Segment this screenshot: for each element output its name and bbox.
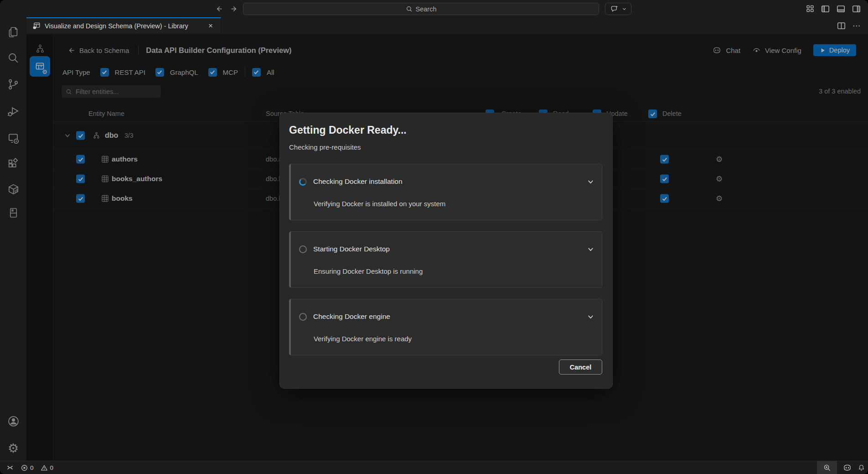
warning-count: 0 — [50, 464, 54, 471]
run-debug-icon[interactable] — [0, 102, 26, 120]
step-description: Verifying Docker engine is ready — [314, 335, 412, 343]
step-docker-installation: Checking Docker installation Verifying D… — [289, 164, 602, 220]
status-bar: 0 0 — [0, 461, 868, 474]
chevron-down-icon[interactable] — [587, 178, 594, 186]
chevron-down-icon[interactable] — [587, 313, 594, 321]
notifications-bell-icon[interactable] — [858, 464, 865, 472]
step-description: Ensuring Docker Desktop is running — [314, 267, 423, 275]
split-editor-icon[interactable] — [837, 21, 846, 30]
chat-sparkle-icon — [610, 5, 619, 13]
back-arrow-icon[interactable] — [214, 4, 223, 13]
command-center-search[interactable]: Search — [243, 3, 599, 15]
database-projects-icon[interactable] — [0, 203, 26, 222]
chevron-down-icon — [622, 6, 627, 11]
step-header[interactable]: Checking Docker engine — [299, 311, 594, 322]
spinner-icon — [299, 178, 307, 186]
dialog-title: Getting Docker Ready... — [289, 124, 407, 136]
extensions-icon[interactable] — [0, 155, 26, 173]
search-icon — [406, 5, 413, 12]
step-title: Starting Docker Desktop — [313, 245, 390, 253]
copilot-status-icon[interactable] — [842, 464, 852, 472]
remote-explorer-icon[interactable] — [0, 129, 26, 147]
chevron-down-icon[interactable] — [587, 245, 594, 253]
tab-visualize-schema[interactable]: Visualize and Design Schema (Preview) - … — [26, 17, 221, 33]
settings-gear-icon[interactable]: ⚙ — [0, 439, 26, 457]
vscode-window: Search — [0, 0, 868, 474]
tab-bar: Visualize and Design Schema (Preview) - … — [26, 17, 868, 35]
problems-status[interactable]: 0 0 — [21, 464, 53, 471]
pending-circle-icon — [299, 313, 307, 321]
step-docker-engine: Checking Docker engine Verifying Docker … — [289, 299, 602, 355]
dialog-subtitle: Checking pre-requisites — [289, 143, 361, 151]
step-title: Checking Docker installation — [313, 177, 403, 186]
zoom-status-button[interactable] — [817, 461, 837, 474]
copilot-chat-dropdown[interactable] — [605, 3, 631, 15]
activity-bar: ⚙ — [0, 17, 26, 461]
layout-controls — [806, 0, 861, 17]
toggle-panel-icon[interactable] — [837, 5, 845, 13]
account-icon[interactable] — [0, 412, 26, 430]
editor-actions: ⋯ — [837, 17, 861, 34]
docker-steps: Checking Docker installation Verifying D… — [289, 164, 602, 366]
container-tools-icon[interactable] — [0, 180, 26, 198]
step-title: Checking Docker engine — [313, 313, 390, 321]
cancel-button[interactable]: Cancel — [559, 359, 602, 375]
tab-close-icon[interactable]: × — [206, 21, 215, 31]
step-description: Verifying Docker is installed on your sy… — [314, 200, 445, 208]
toggle-secondary-sidebar-icon[interactable] — [852, 5, 861, 13]
history-nav — [214, 0, 238, 17]
explorer-icon[interactable] — [0, 23, 26, 41]
remote-indicator-icon[interactable] — [6, 464, 14, 471]
title-bar: Search — [0, 0, 868, 17]
warning-icon — [41, 464, 48, 471]
error-icon — [21, 464, 28, 471]
forward-arrow-icon[interactable] — [229, 4, 238, 13]
toggle-primary-sidebar-icon[interactable] — [821, 5, 830, 13]
search-placeholder: Search — [416, 5, 437, 13]
error-count: 0 — [30, 464, 34, 471]
docker-ready-dialog: Getting Docker Ready... Checking pre-req… — [279, 113, 613, 389]
customize-layout-icon[interactable] — [806, 5, 814, 13]
source-control-icon[interactable] — [0, 75, 26, 94]
pending-circle-icon — [299, 245, 307, 253]
tab-title: Visualize and Design Schema (Preview) - … — [45, 22, 202, 30]
database-design-icon — [32, 22, 41, 30]
search-sidebar-icon[interactable] — [0, 49, 26, 67]
more-actions-icon[interactable]: ⋯ — [852, 21, 861, 31]
step-docker-desktop: Starting Docker Desktop Ensuring Docker … — [289, 231, 602, 288]
step-header[interactable]: Checking Docker installation — [299, 176, 594, 187]
step-header[interactable]: Starting Docker Desktop — [299, 244, 594, 255]
